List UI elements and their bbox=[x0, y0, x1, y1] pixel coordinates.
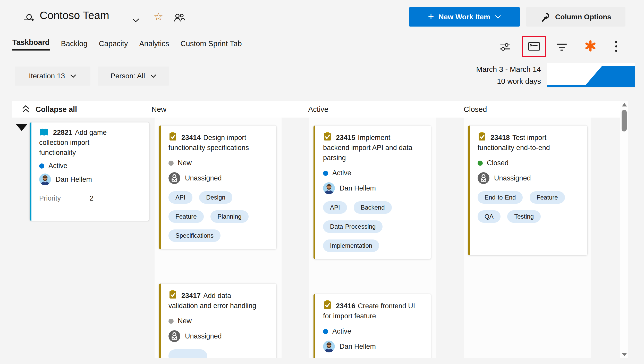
work-item-id[interactable]: 23417 bbox=[181, 292, 201, 300]
assignee-row[interactable]: Dan Hellem bbox=[39, 173, 142, 185]
assignee-name: Unassigned bbox=[494, 174, 531, 182]
state-label: Closed bbox=[487, 159, 509, 167]
task-clipboard-icon bbox=[168, 290, 177, 300]
view-options-icon[interactable] bbox=[499, 41, 511, 53]
tag-pill[interactable]: API bbox=[323, 201, 347, 214]
more-actions-icon[interactable] bbox=[615, 40, 618, 53]
work-item-id[interactable]: 23414 bbox=[181, 134, 201, 142]
work-item-id[interactable]: 23416 bbox=[336, 302, 355, 310]
task-card-23417[interactable]: 23417Add data validation and error handl… bbox=[159, 284, 276, 358]
work-item-id[interactable]: 22821 bbox=[53, 129, 72, 136]
work-item-title-text[interactable]: Add game collection import functionality bbox=[39, 129, 107, 156]
state-label: New bbox=[178, 317, 192, 325]
story-card-22821[interactable]: 22821Add game collection import function… bbox=[30, 122, 149, 221]
card-settings-icon-highlighted[interactable] bbox=[522, 36, 546, 57]
iteration-dropdown[interactable]: Iteration 13 bbox=[15, 67, 90, 86]
work-details-icon[interactable] bbox=[584, 40, 597, 52]
state-row[interactable]: Active bbox=[323, 169, 424, 177]
tag-pill[interactable]: End-to-End bbox=[478, 191, 523, 204]
row-expander-triangle[interactable] bbox=[16, 124, 27, 131]
assignee-row[interactable]: Dan Hellem bbox=[323, 341, 424, 352]
tag-pill[interactable]: API bbox=[168, 191, 192, 204]
tab-backlog[interactable]: Backlog bbox=[61, 39, 88, 51]
tag-pill[interactable] bbox=[168, 349, 207, 358]
priority-value: 2 bbox=[90, 194, 94, 202]
work-item-id[interactable]: 23415 bbox=[336, 134, 355, 142]
assignee-name: Dan Hellem bbox=[340, 184, 376, 192]
tag-pill[interactable]: Planning bbox=[210, 210, 248, 223]
work-item-title: 23415Implement backend import API and da… bbox=[323, 132, 424, 163]
tag-pill[interactable]: Implementation bbox=[323, 239, 379, 252]
avatar-dan-hellem bbox=[39, 173, 51, 185]
tag-pill[interactable]: Feature bbox=[168, 210, 204, 223]
filter-icon[interactable] bbox=[556, 42, 568, 53]
tag-pill[interactable]: Data-Processing bbox=[323, 220, 383, 233]
tag-pill[interactable]: Backend bbox=[354, 201, 392, 214]
team-chevron-down-icon[interactable] bbox=[132, 18, 140, 23]
scrollbar-thumb[interactable] bbox=[622, 110, 627, 131]
new-work-item-label: New Work Item bbox=[439, 13, 490, 21]
team-name[interactable]: Contoso Team bbox=[40, 9, 109, 22]
state-dot-active bbox=[323, 329, 328, 334]
task-card-23418[interactable]: 23418Test import functionality end-to-en… bbox=[468, 126, 587, 255]
tag-list: API Design Feature Planning Specificatio… bbox=[168, 191, 269, 242]
tab-capacity[interactable]: Capacity bbox=[99, 39, 128, 51]
tab-analytics[interactable]: Analytics bbox=[139, 39, 169, 51]
assignee-row[interactable]: Dan Hellem bbox=[323, 182, 424, 194]
user-story-book-icon bbox=[39, 128, 49, 136]
task-card-23414[interactable]: 23414Design import functionality specifi… bbox=[159, 126, 276, 249]
state-label: Active bbox=[332, 169, 351, 177]
sprint-dates: March 3 - March 14 10 work days bbox=[412, 63, 541, 87]
tag-pill[interactable]: QA bbox=[478, 210, 501, 223]
state-row[interactable]: New bbox=[168, 317, 269, 325]
tag-pill[interactable]: Design bbox=[199, 191, 232, 204]
scroll-up-arrow[interactable] bbox=[622, 103, 627, 106]
column-options-button[interactable]: Column Options bbox=[526, 7, 625, 27]
assignee-row[interactable]: Unassigned bbox=[478, 172, 580, 184]
vertical-scrollbar[interactable] bbox=[620, 101, 628, 358]
task-card-23416[interactable]: 23416Create frontend UI for import featu… bbox=[313, 294, 431, 358]
state-row[interactable]: Closed bbox=[478, 159, 580, 167]
tag-pill[interactable]: Specifications bbox=[168, 229, 221, 242]
sprint-date-range: March 3 - March 14 bbox=[412, 63, 541, 75]
state-label: New bbox=[178, 159, 192, 167]
priority-label: Priority bbox=[39, 194, 90, 202]
work-item-title-text[interactable]: Design import functionality specificatio… bbox=[168, 134, 249, 152]
person-filter-dropdown[interactable]: Person: All bbox=[98, 67, 169, 86]
board-body: 22821Add game collection import function… bbox=[12, 118, 620, 358]
priority-row[interactable]: Priority 2 bbox=[39, 190, 142, 202]
state-row[interactable]: New bbox=[168, 159, 269, 167]
state-row[interactable]: Active bbox=[39, 162, 142, 170]
task-clipboard-icon bbox=[323, 300, 332, 310]
taskboard-page: Contoso Team ☆ + New Work Item Column Op… bbox=[0, 0, 644, 364]
collapse-all-button[interactable]: Collapse all bbox=[22, 105, 77, 114]
sprint-burndown-chart[interactable] bbox=[547, 63, 635, 87]
task-clipboard-icon bbox=[168, 132, 177, 142]
team-members-icon[interactable] bbox=[173, 12, 185, 24]
tab-custom-sprint[interactable]: Custom Sprint Tab bbox=[181, 39, 242, 51]
column-header-closed: Closed bbox=[464, 105, 487, 114]
work-item-title: 23417Add data validation and error handl… bbox=[168, 290, 269, 311]
tab-taskboard[interactable]: Taskboard bbox=[12, 38, 50, 51]
state-dot-new bbox=[168, 161, 174, 166]
assignee-row[interactable]: Unassigned bbox=[168, 172, 269, 184]
work-item-title: 23416Create frontend UI for import featu… bbox=[323, 300, 424, 321]
state-row[interactable]: Active bbox=[323, 327, 424, 335]
sprint-work-days: 10 work days bbox=[412, 75, 541, 87]
task-clipboard-icon bbox=[478, 132, 486, 142]
plus-icon: + bbox=[428, 11, 434, 22]
avatar-unassigned-icon bbox=[478, 172, 489, 184]
avatar-unassigned-icon bbox=[168, 330, 180, 342]
task-card-23415[interactable]: 23415Implement backend import API and da… bbox=[313, 126, 431, 259]
wrench-icon bbox=[540, 12, 550, 22]
tag-pill[interactable]: Feature bbox=[530, 191, 565, 204]
new-work-item-button[interactable]: + New Work Item bbox=[409, 7, 520, 27]
work-item-title: 22821Add game collection import function… bbox=[39, 128, 142, 158]
work-item-title-text[interactable]: Test import functionality end-to-end bbox=[478, 134, 550, 152]
scroll-down-arrow[interactable] bbox=[622, 353, 627, 356]
work-item-id[interactable]: 23418 bbox=[490, 134, 510, 142]
assignee-row[interactable]: Unassigned bbox=[168, 330, 269, 342]
avatar-dan-hellem bbox=[323, 341, 335, 352]
tag-pill[interactable]: Testing bbox=[507, 210, 541, 223]
favorite-star-icon[interactable]: ☆ bbox=[154, 10, 163, 23]
